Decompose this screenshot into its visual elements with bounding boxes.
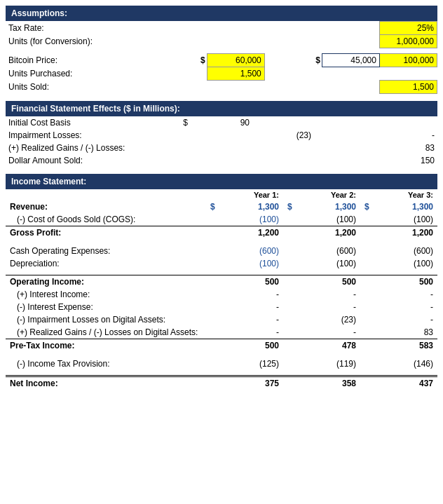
dollar-amount-label: Dollar Amount Sold:	[6, 154, 175, 167]
interest-income-label: (+) Interest Income:	[6, 288, 206, 301]
financial-header: Financial Statement Effects ($ in Millio…	[6, 101, 437, 116]
tax-provision-label: (-) Income Tax Provision:	[6, 357, 206, 370]
impairment-value: (23)	[252, 129, 314, 142]
impairment-digital-y3: -	[376, 313, 437, 326]
gross-profit-label: Gross Profit:	[6, 226, 206, 239]
income-header: Income Statement:	[6, 174, 437, 189]
depreciation-y3: (100)	[376, 257, 437, 270]
net-income-y2: 358	[299, 376, 360, 390]
units-sold-label: Units Sold:	[6, 81, 149, 94]
impairment-value2: -	[376, 129, 437, 142]
net-income-y1: 375	[222, 376, 283, 390]
operating-income-y1: 500	[222, 275, 283, 289]
cogs-y1: (100)	[222, 213, 283, 226]
cash-opex-y3: (600)	[376, 245, 437, 257]
revenue-y1: 1,300	[222, 200, 283, 213]
realized-digital-y1: -	[222, 326, 283, 339]
pretax-y1: 500	[222, 339, 283, 353]
cash-opex-label: Cash Operating Expenses:	[6, 245, 206, 257]
revenue-dollar1: $	[206, 200, 222, 213]
realized-label: (+) Realized Gains / (-) Losses:	[6, 142, 175, 154]
interest-expense-label: (-) Interest Expense:	[6, 301, 206, 313]
realized-digital-y3: 83	[376, 326, 437, 339]
gross-profit-y1: 1,200	[222, 226, 283, 239]
bitcoin-price-dollar2: $	[264, 54, 322, 67]
units-value[interactable]: 1,000,000	[379, 35, 437, 48]
realized-digital-label: (+) Realized Gains / (-) Losses on Digit…	[6, 326, 206, 339]
net-income-y3: 437	[376, 376, 437, 390]
gross-profit-y2: 1,200	[299, 226, 360, 239]
bitcoin-price-y1[interactable]: 60,000	[207, 54, 264, 67]
interest-income-y1: -	[222, 288, 283, 301]
revenue-dollar2: $	[283, 200, 299, 213]
cogs-y3: (100)	[376, 213, 437, 226]
units-purchased-label: Units Purchased:	[6, 67, 149, 81]
revenue-y2: 1,300	[299, 200, 360, 213]
revenue-y3: 1,300	[376, 200, 437, 213]
tax-rate-value[interactable]: 25%	[379, 22, 437, 35]
bitcoin-price-y3[interactable]: 100,000	[379, 54, 437, 67]
pretax-income-label: Pre-Tax Income:	[6, 339, 206, 353]
bitcoin-price-dollar1: $	[149, 54, 207, 67]
operating-income-y2: 500	[299, 275, 360, 289]
impairment-digital-y2: (23)	[299, 313, 360, 326]
cogs-label: (-) Cost of Goods Sold (COGS):	[6, 213, 206, 226]
initial-cost-basis-label: Initial Cost Basis	[6, 116, 175, 129]
impairment-digital-y1: -	[222, 313, 283, 326]
initial-cost-value: 90	[191, 116, 252, 129]
operating-income-label: Operating Income:	[6, 275, 206, 289]
realized-value: 83	[376, 142, 437, 154]
year2-header: Year 2:	[283, 189, 360, 200]
interest-expense-y1: -	[222, 301, 283, 313]
impairment-label: Impairment Losses:	[6, 129, 175, 142]
revenue-dollar3: $	[360, 200, 376, 213]
year3-header: Year 3:	[360, 189, 437, 200]
year1-header: Year 1:	[206, 189, 283, 200]
operating-income-y3: 500	[376, 275, 437, 289]
impairment-digital-label: (-) Impairment Losses on Digital Assets:	[6, 313, 206, 326]
assumptions-header: Assumptions:	[6, 6, 437, 21]
revenue-label: Revenue:	[6, 200, 206, 213]
interest-income-y2: -	[299, 288, 360, 301]
pretax-y3: 583	[376, 339, 437, 353]
tax-provision-y3: (146)	[376, 357, 437, 370]
depreciation-y2: (100)	[299, 257, 360, 270]
units-purchased-value[interactable]: 1,500	[207, 67, 264, 81]
interest-expense-y3: -	[376, 301, 437, 313]
net-income-label: Net Income:	[6, 376, 206, 390]
depreciation-y1: (100)	[222, 257, 283, 270]
tax-rate-label: Tax Rate:	[6, 22, 149, 35]
bitcoin-price-label: Bitcoin Price:	[6, 54, 149, 67]
tax-provision-y2: (119)	[299, 357, 360, 370]
cash-opex-y2: (600)	[299, 245, 360, 257]
gross-profit-y3: 1,200	[376, 226, 437, 239]
cash-opex-y1: (600)	[222, 245, 283, 257]
units-label: Units (for Conversion):	[6, 35, 149, 48]
interest-expense-y2: -	[299, 301, 360, 313]
initial-cost-dollar: $	[175, 116, 191, 129]
tax-provision-y1: (125)	[222, 357, 283, 370]
depreciation-label: Depreciation:	[6, 257, 206, 270]
units-sold-value[interactable]: 1,500	[379, 81, 437, 94]
cogs-y2: (100)	[299, 213, 360, 226]
pretax-y2: 478	[299, 339, 360, 353]
realized-digital-y2: -	[299, 326, 360, 339]
dollar-amount-value: 150	[376, 154, 437, 167]
bitcoin-price-y2: 45,000	[322, 54, 379, 67]
interest-income-y3: -	[376, 288, 437, 301]
